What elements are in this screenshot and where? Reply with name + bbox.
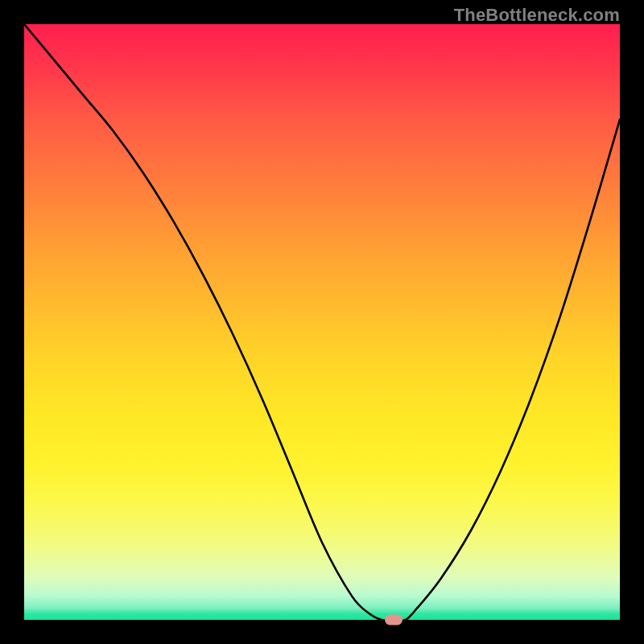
watermark-text: TheBottleneck.com [454,5,620,26]
optimal-point-marker [385,615,402,625]
plot-area [24,24,620,620]
bottleneck-curve [24,24,620,620]
chart-frame: TheBottleneck.com [0,0,644,644]
